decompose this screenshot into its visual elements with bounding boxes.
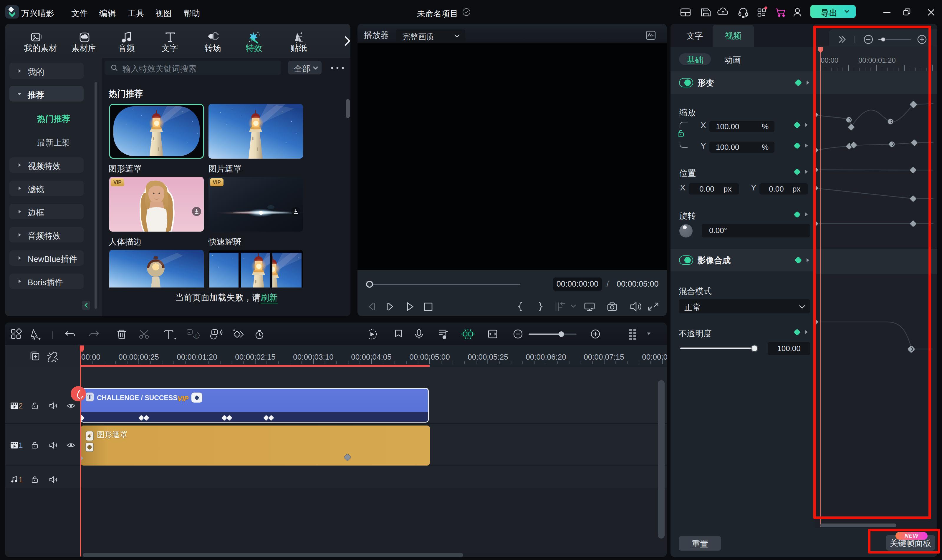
- svg-text:2: 2: [19, 402, 23, 410]
- svg-text:1: 1: [19, 441, 23, 450]
- svg-text:T: T: [213, 330, 216, 334]
- svg-text:1: 1: [19, 475, 23, 484]
- svg-text:T: T: [195, 334, 197, 338]
